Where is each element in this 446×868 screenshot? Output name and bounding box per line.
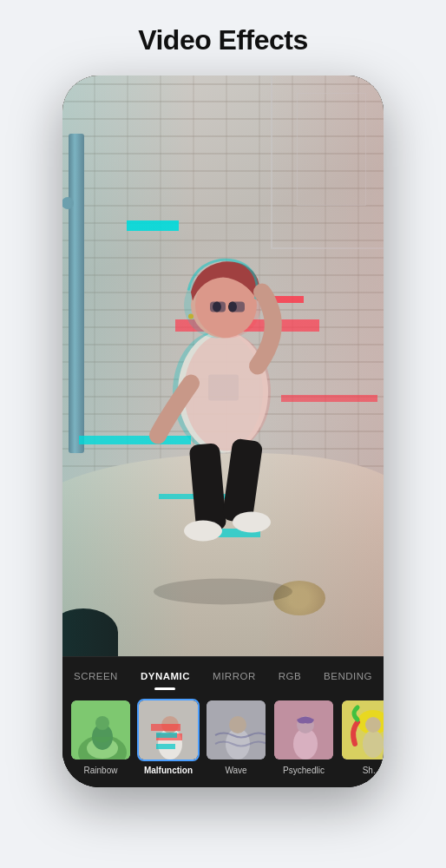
- effect-thumb-sh[interactable]: [340, 699, 384, 761]
- effect-thumb-malfunction[interactable]: [137, 699, 200, 761]
- svg-point-36: [365, 717, 381, 733]
- thumb-rainbow: [71, 700, 130, 760]
- effects-tab-bar: SCREEN DYNAMIC MIRROR RGB BENDING: [62, 656, 384, 690]
- svg-rect-14: [229, 302, 245, 312]
- svg-rect-4: [189, 443, 227, 532]
- phone-frame: SCREEN DYNAMIC MIRROR RGB BENDING: [62, 76, 384, 787]
- page-title: Video Effects: [138, 24, 308, 56]
- effects-thumbnail-row: Rainbow Malfun: [62, 690, 384, 787]
- svg-point-21: [95, 716, 109, 730]
- effect-item-malfunction[interactable]: Malfunction: [137, 699, 200, 775]
- svg-rect-16: [208, 375, 239, 401]
- thumb-sh: [342, 700, 384, 760]
- person-figure: [62, 76, 384, 656]
- effect-label-malfunction: Malfunction: [144, 766, 193, 775]
- phone-inner: SCREEN DYNAMIC MIRROR RGB BENDING: [62, 76, 384, 787]
- effect-thumb-wave[interactable]: [205, 699, 267, 761]
- effect-item-wave[interactable]: Wave: [205, 699, 267, 775]
- svg-point-6: [184, 521, 222, 542]
- effect-label-psychedlic: Psychedlic: [283, 766, 325, 775]
- thumb-malfunction: [139, 700, 198, 760]
- effect-item-psychedlic[interactable]: Psychedlic: [272, 699, 335, 775]
- scene-wrapper: [62, 76, 384, 656]
- effect-thumb-rainbow[interactable]: [69, 699, 132, 761]
- tab-mirror[interactable]: MIRROR: [206, 667, 263, 685]
- svg-point-29: [229, 716, 246, 733]
- effect-item-rainbow[interactable]: Rainbow: [69, 699, 132, 775]
- svg-rect-25: [156, 733, 182, 740]
- thumb-psychedlic: [274, 700, 333, 760]
- effect-label-wave: Wave: [225, 766, 246, 775]
- thumb-wave: [207, 700, 266, 760]
- svg-rect-13: [210, 302, 226, 312]
- svg-point-7: [233, 512, 271, 533]
- effect-thumb-psychedlic[interactable]: [272, 699, 335, 761]
- effect-label-rainbow: Rainbow: [84, 766, 118, 775]
- tab-rgb[interactable]: RGB: [272, 667, 308, 685]
- video-background: [62, 76, 384, 656]
- effect-item-sh[interactable]: Sh...: [340, 699, 384, 775]
- svg-point-24: [161, 716, 179, 733]
- effect-label-sh: Sh...: [363, 766, 381, 775]
- svg-rect-26: [156, 744, 175, 749]
- tab-dynamic[interactable]: DYNAMIC: [134, 667, 197, 685]
- tab-screen[interactable]: SCREEN: [67, 667, 125, 685]
- svg-point-15: [188, 314, 193, 319]
- tab-bending[interactable]: BENDING: [317, 667, 379, 685]
- svg-point-35: [363, 730, 384, 758]
- video-preview: [62, 76, 384, 656]
- svg-point-0: [154, 579, 292, 605]
